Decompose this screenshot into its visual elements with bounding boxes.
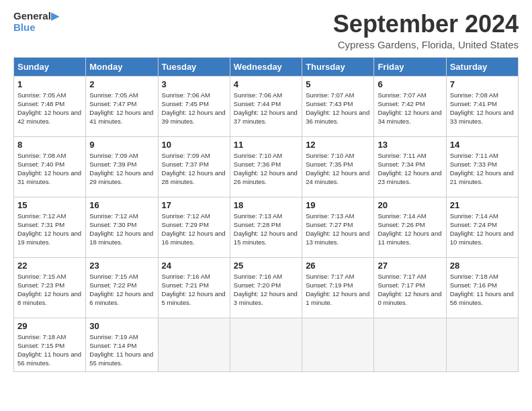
day-info: Sunrise: 7:13 AMSunset: 7:27 PMDaylight:… <box>306 212 370 247</box>
header-day-sunday: Sunday <box>14 57 86 76</box>
day-info: Sunrise: 7:14 AMSunset: 7:24 PMDaylight:… <box>450 212 515 247</box>
day-cell-8: 8 Sunrise: 7:08 AMSunset: 7:40 PMDayligh… <box>14 136 86 197</box>
week-row-2: 8 Sunrise: 7:08 AMSunset: 7:40 PMDayligh… <box>14 136 519 197</box>
day-cell-19: 19 Sunrise: 7:13 AMSunset: 7:27 PMDaylig… <box>302 197 374 257</box>
day-info: Sunrise: 7:11 AMSunset: 7:34 PMDaylight:… <box>378 151 442 187</box>
day-number: 8 <box>17 140 82 150</box>
day-info: Sunrise: 7:16 AMSunset: 7:20 PMDaylight:… <box>234 272 298 308</box>
header-day-wednesday: Wednesday <box>230 57 302 76</box>
day-info: Sunrise: 7:15 AMSunset: 7:23 PMDaylight:… <box>17 272 82 308</box>
week-row-1: 1 Sunrise: 7:05 AMSunset: 7:48 PMDayligh… <box>14 76 519 136</box>
day-info: Sunrise: 7:08 AMSunset: 7:40 PMDaylight:… <box>17 151 82 187</box>
day-number: 30 <box>89 321 154 331</box>
day-number: 6 <box>378 79 442 89</box>
logo: General▶ Blue <box>13 11 59 33</box>
day-number: 16 <box>89 200 154 210</box>
day-cell-3: 3 Sunrise: 7:06 AMSunset: 7:45 PMDayligh… <box>158 76 230 136</box>
day-info: Sunrise: 7:09 AMSunset: 7:37 PMDaylight:… <box>162 151 226 187</box>
day-info: Sunrise: 7:17 AMSunset: 7:19 PMDaylight:… <box>306 272 370 308</box>
day-number: 19 <box>306 200 370 210</box>
day-info: Sunrise: 7:11 AMSunset: 7:33 PMDaylight:… <box>450 151 515 187</box>
day-number: 1 <box>17 79 82 89</box>
day-info: Sunrise: 7:05 AMSunset: 7:48 PMDaylight:… <box>17 91 82 126</box>
day-info: Sunrise: 7:09 AMSunset: 7:39 PMDaylight:… <box>89 151 154 187</box>
day-cell-4: 4 Sunrise: 7:06 AMSunset: 7:44 PMDayligh… <box>230 76 302 136</box>
day-number: 23 <box>89 261 154 271</box>
day-number: 7 <box>450 79 515 89</box>
day-info: Sunrise: 7:12 AMSunset: 7:29 PMDaylight:… <box>162 212 226 247</box>
day-info: Sunrise: 7:18 AMSunset: 7:15 PMDaylight:… <box>17 332 82 368</box>
day-cell-9: 9 Sunrise: 7:09 AMSunset: 7:39 PMDayligh… <box>86 136 158 197</box>
week-row-4: 22 Sunrise: 7:15 AMSunset: 7:23 PMDaylig… <box>14 257 519 318</box>
day-cell-12: 12 Sunrise: 7:10 AMSunset: 7:35 PMDaylig… <box>302 136 374 197</box>
day-info: Sunrise: 7:15 AMSunset: 7:22 PMDaylight:… <box>89 272 154 308</box>
empty-cell <box>374 318 446 371</box>
logo-blue: Blue <box>13 22 59 34</box>
day-info: Sunrise: 7:10 AMSunset: 7:36 PMDaylight:… <box>234 151 298 187</box>
day-cell-21: 21 Sunrise: 7:14 AMSunset: 7:24 PMDaylig… <box>446 197 518 257</box>
day-cell-18: 18 Sunrise: 7:13 AMSunset: 7:28 PMDaylig… <box>230 197 302 257</box>
day-info: Sunrise: 7:06 AMSunset: 7:44 PMDaylight:… <box>234 91 298 126</box>
day-number: 3 <box>162 79 226 89</box>
day-info: Sunrise: 7:17 AMSunset: 7:17 PMDaylight:… <box>378 272 442 308</box>
title-area: September 2024 Cypress Gardens, Florida,… <box>333 11 519 50</box>
day-info: Sunrise: 7:13 AMSunset: 7:28 PMDaylight:… <box>234 212 298 247</box>
day-cell-15: 15 Sunrise: 7:12 AMSunset: 7:31 PMDaylig… <box>14 197 86 257</box>
header-day-saturday: Saturday <box>446 57 518 76</box>
day-cell-2: 2 Sunrise: 7:05 AMSunset: 7:47 PMDayligh… <box>86 76 158 136</box>
empty-cell <box>158 318 230 371</box>
day-number: 22 <box>17 261 82 271</box>
day-number: 25 <box>234 261 298 271</box>
header-day-thursday: Thursday <box>302 57 374 76</box>
day-number: 18 <box>234 200 298 210</box>
empty-cell <box>446 318 518 371</box>
day-cell-20: 20 Sunrise: 7:14 AMSunset: 7:26 PMDaylig… <box>374 197 446 257</box>
day-cell-29: 29 Sunrise: 7:18 AMSunset: 7:15 PMDaylig… <box>14 318 86 371</box>
day-cell-7: 7 Sunrise: 7:08 AMSunset: 7:41 PMDayligh… <box>446 76 518 136</box>
day-cell-13: 13 Sunrise: 7:11 AMSunset: 7:34 PMDaylig… <box>374 136 446 197</box>
day-number: 15 <box>17 200 82 210</box>
day-number: 29 <box>17 321 82 331</box>
day-info: Sunrise: 7:19 AMSunset: 7:14 PMDaylight:… <box>89 332 154 368</box>
day-number: 27 <box>378 261 442 271</box>
day-number: 5 <box>306 79 370 89</box>
day-info: Sunrise: 7:05 AMSunset: 7:47 PMDaylight:… <box>89 91 154 126</box>
day-number: 24 <box>162 261 226 271</box>
day-number: 26 <box>306 261 370 271</box>
day-cell-24: 24 Sunrise: 7:16 AMSunset: 7:21 PMDaylig… <box>158 257 230 318</box>
empty-cell <box>230 318 302 371</box>
day-cell-16: 16 Sunrise: 7:12 AMSunset: 7:30 PMDaylig… <box>86 197 158 257</box>
day-cell-14: 14 Sunrise: 7:11 AMSunset: 7:33 PMDaylig… <box>446 136 518 197</box>
day-cell-26: 26 Sunrise: 7:17 AMSunset: 7:19 PMDaylig… <box>302 257 374 318</box>
day-info: Sunrise: 7:12 AMSunset: 7:31 PMDaylight:… <box>17 212 82 247</box>
day-info: Sunrise: 7:07 AMSunset: 7:42 PMDaylight:… <box>378 91 442 126</box>
day-info: Sunrise: 7:18 AMSunset: 7:16 PMDaylight:… <box>450 272 515 308</box>
month-title: September 2024 <box>333 11 519 38</box>
day-cell-5: 5 Sunrise: 7:07 AMSunset: 7:43 PMDayligh… <box>302 76 374 136</box>
day-cell-11: 11 Sunrise: 7:10 AMSunset: 7:36 PMDaylig… <box>230 136 302 197</box>
day-cell-23: 23 Sunrise: 7:15 AMSunset: 7:22 PMDaylig… <box>86 257 158 318</box>
day-cell-22: 22 Sunrise: 7:15 AMSunset: 7:23 PMDaylig… <box>14 257 86 318</box>
day-cell-25: 25 Sunrise: 7:16 AMSunset: 7:20 PMDaylig… <box>230 257 302 318</box>
day-number: 21 <box>450 200 515 210</box>
week-row-3: 15 Sunrise: 7:12 AMSunset: 7:31 PMDaylig… <box>14 197 519 257</box>
day-cell-30: 30 Sunrise: 7:19 AMSunset: 7:14 PMDaylig… <box>86 318 158 371</box>
day-info: Sunrise: 7:14 AMSunset: 7:26 PMDaylight:… <box>378 212 442 247</box>
logo-general: General▶ <box>13 11 59 22</box>
header-day-friday: Friday <box>374 57 446 76</box>
day-number: 9 <box>89 140 154 150</box>
week-row-5: 29 Sunrise: 7:18 AMSunset: 7:15 PMDaylig… <box>14 318 519 371</box>
day-cell-1: 1 Sunrise: 7:05 AMSunset: 7:48 PMDayligh… <box>14 76 86 136</box>
header: General▶ Blue September 2024 Cypress Gar… <box>13 11 519 50</box>
header-row: SundayMondayTuesdayWednesdayThursdayFrid… <box>14 57 519 76</box>
day-number: 17 <box>162 200 226 210</box>
day-number: 11 <box>234 140 298 150</box>
day-number: 20 <box>378 200 442 210</box>
day-cell-6: 6 Sunrise: 7:07 AMSunset: 7:42 PMDayligh… <box>374 76 446 136</box>
day-cell-27: 27 Sunrise: 7:17 AMSunset: 7:17 PMDaylig… <box>374 257 446 318</box>
day-cell-10: 10 Sunrise: 7:09 AMSunset: 7:37 PMDaylig… <box>158 136 230 197</box>
day-number: 10 <box>162 140 226 150</box>
day-info: Sunrise: 7:06 AMSunset: 7:45 PMDaylight:… <box>162 91 226 126</box>
day-cell-17: 17 Sunrise: 7:12 AMSunset: 7:29 PMDaylig… <box>158 197 230 257</box>
day-info: Sunrise: 7:08 AMSunset: 7:41 PMDaylight:… <box>450 91 515 126</box>
